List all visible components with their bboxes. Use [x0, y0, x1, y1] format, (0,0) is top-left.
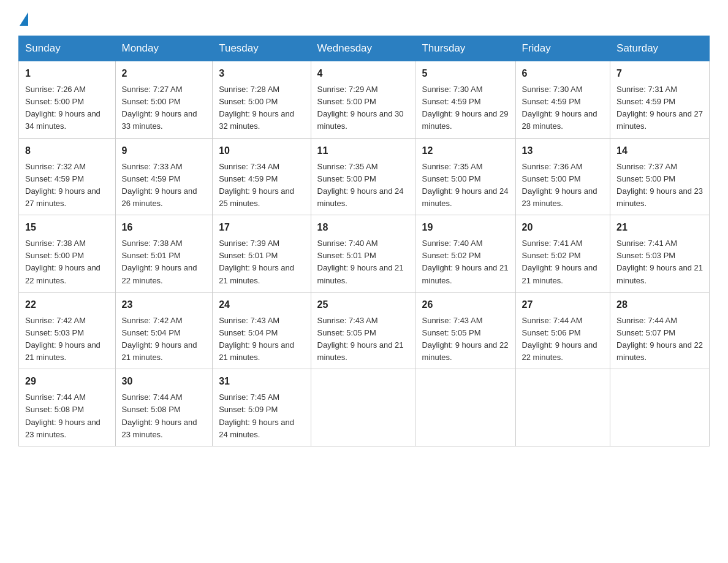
day-number: 4 — [317, 66, 409, 81]
daylight-label: Daylight: 9 hours and 23 minutes. — [25, 418, 100, 439]
sunset-label: Sunset: 5:03 PM — [25, 328, 84, 337]
daylight-label: Daylight: 9 hours and 22 minutes. — [616, 340, 703, 362]
sun-info: Sunrise: 7:29 AM Sunset: 5:00 PM Dayligh… — [317, 83, 409, 133]
daylight-label: Daylight: 9 hours and 23 minutes. — [616, 186, 703, 208]
daylight-label: Daylight: 9 hours and 24 minutes. — [422, 186, 508, 208]
calendar-cell — [415, 369, 515, 446]
sunrise-label: Sunrise: 7:34 AM — [219, 162, 279, 171]
daylight-label: Daylight: 9 hours and 24 minutes. — [219, 418, 294, 439]
sun-info: Sunrise: 7:40 AM Sunset: 5:01 PM Dayligh… — [317, 237, 409, 287]
page-header — [18, 12, 710, 23]
calendar-cell: 30 Sunrise: 7:44 AM Sunset: 5:08 PM Dayl… — [115, 369, 213, 446]
sunrise-label: Sunrise: 7:38 AM — [25, 239, 86, 248]
daylight-label: Daylight: 9 hours and 32 minutes. — [219, 109, 294, 131]
sun-info: Sunrise: 7:27 AM Sunset: 5:00 PM Dayligh… — [122, 83, 207, 133]
sun-info: Sunrise: 7:33 AM Sunset: 4:59 PM Dayligh… — [122, 161, 207, 210]
day-number: 7 — [616, 66, 703, 81]
calendar-cell: 27 Sunrise: 7:44 AM Sunset: 5:06 PM Dayl… — [515, 292, 610, 369]
daylight-label: Daylight: 9 hours and 21 minutes. — [616, 263, 703, 285]
sun-info: Sunrise: 7:43 AM Sunset: 5:04 PM Dayligh… — [219, 315, 304, 364]
sunset-label: Sunset: 4:59 PM — [422, 97, 480, 106]
sun-info: Sunrise: 7:35 AM Sunset: 5:00 PM Dayligh… — [422, 161, 509, 210]
day-number: 26 — [422, 297, 509, 312]
day-number: 2 — [122, 66, 207, 81]
calendar-body: 1 Sunrise: 7:26 AM Sunset: 5:00 PM Dayli… — [19, 61, 710, 446]
day-number: 13 — [522, 144, 604, 158]
day-of-week-header: Friday — [515, 36, 610, 61]
calendar-cell: 20 Sunrise: 7:41 AM Sunset: 5:02 PM Dayl… — [515, 215, 610, 293]
sunset-label: Sunset: 5:00 PM — [25, 97, 84, 106]
sun-info: Sunrise: 7:44 AM Sunset: 5:07 PM Dayligh… — [616, 315, 703, 364]
day-number: 11 — [317, 144, 409, 158]
sun-info: Sunrise: 7:34 AM Sunset: 4:59 PM Dayligh… — [219, 161, 304, 210]
calendar-cell: 3 Sunrise: 7:28 AM Sunset: 5:00 PM Dayli… — [213, 61, 311, 139]
sunrise-label: Sunrise: 7:42 AM — [25, 316, 86, 325]
sunset-label: Sunset: 5:04 PM — [122, 328, 181, 337]
day-number: 21 — [616, 220, 703, 235]
sun-info: Sunrise: 7:26 AM Sunset: 5:00 PM Dayligh… — [25, 83, 109, 133]
calendar-cell: 1 Sunrise: 7:26 AM Sunset: 5:00 PM Dayli… — [19, 61, 116, 139]
sunset-label: Sunset: 5:03 PM — [616, 251, 675, 260]
calendar-cell: 14 Sunrise: 7:37 AM Sunset: 5:00 PM Dayl… — [610, 138, 710, 215]
sunset-label: Sunset: 5:01 PM — [219, 251, 278, 260]
sunrise-label: Sunrise: 7:43 AM — [422, 316, 482, 325]
calendar-cell: 19 Sunrise: 7:40 AM Sunset: 5:02 PM Dayl… — [415, 215, 515, 293]
calendar-cell: 13 Sunrise: 7:36 AM Sunset: 5:00 PM Dayl… — [515, 138, 610, 215]
sun-info: Sunrise: 7:41 AM Sunset: 5:03 PM Dayligh… — [616, 237, 703, 287]
daylight-label: Daylight: 9 hours and 25 minutes. — [219, 186, 294, 208]
calendar-cell — [311, 369, 415, 446]
sunrise-label: Sunrise: 7:39 AM — [219, 239, 279, 248]
sunrise-label: Sunrise: 7:35 AM — [422, 162, 482, 171]
sunset-label: Sunset: 5:00 PM — [522, 174, 581, 183]
sunset-label: Sunset: 4:59 PM — [219, 174, 278, 183]
calendar-cell: 6 Sunrise: 7:30 AM Sunset: 4:59 PM Dayli… — [515, 61, 610, 139]
calendar-week-row: 15 Sunrise: 7:38 AM Sunset: 5:00 PM Dayl… — [19, 215, 710, 293]
day-number: 12 — [422, 144, 509, 158]
sun-info: Sunrise: 7:44 AM Sunset: 5:08 PM Dayligh… — [122, 391, 207, 441]
daylight-label: Daylight: 9 hours and 24 minutes. — [317, 186, 404, 208]
daylight-label: Daylight: 9 hours and 21 minutes. — [317, 263, 404, 285]
sunrise-label: Sunrise: 7:42 AM — [122, 316, 183, 325]
sunset-label: Sunset: 4:59 PM — [522, 97, 581, 106]
calendar-cell: 24 Sunrise: 7:43 AM Sunset: 5:04 PM Dayl… — [213, 292, 311, 369]
sunrise-label: Sunrise: 7:44 AM — [616, 316, 677, 325]
sunset-label: Sunset: 5:04 PM — [219, 328, 278, 337]
calendar-cell: 4 Sunrise: 7:29 AM Sunset: 5:00 PM Dayli… — [311, 61, 415, 139]
sun-info: Sunrise: 7:32 AM Sunset: 4:59 PM Dayligh… — [25, 161, 109, 210]
calendar-cell: 29 Sunrise: 7:44 AM Sunset: 5:08 PM Dayl… — [19, 369, 116, 446]
sunset-label: Sunset: 5:08 PM — [25, 405, 84, 414]
day-number: 19 — [422, 220, 509, 235]
sunrise-label: Sunrise: 7:41 AM — [522, 239, 583, 248]
sun-info: Sunrise: 7:45 AM Sunset: 5:09 PM Dayligh… — [219, 391, 304, 441]
sunrise-label: Sunrise: 7:27 AM — [122, 85, 183, 94]
sun-info: Sunrise: 7:42 AM Sunset: 5:04 PM Dayligh… — [122, 315, 207, 364]
calendar-cell: 15 Sunrise: 7:38 AM Sunset: 5:00 PM Dayl… — [19, 215, 116, 293]
sunrise-label: Sunrise: 7:32 AM — [25, 162, 86, 171]
sunrise-label: Sunrise: 7:44 AM — [25, 393, 86, 402]
calendar-cell: 22 Sunrise: 7:42 AM Sunset: 5:03 PM Dayl… — [19, 292, 116, 369]
sunrise-label: Sunrise: 7:38 AM — [122, 239, 183, 248]
sun-info: Sunrise: 7:44 AM Sunset: 5:08 PM Dayligh… — [25, 391, 109, 441]
calendar-cell: 28 Sunrise: 7:44 AM Sunset: 5:07 PM Dayl… — [610, 292, 710, 369]
sunset-label: Sunset: 5:00 PM — [25, 251, 84, 260]
calendar-cell: 7 Sunrise: 7:31 AM Sunset: 4:59 PM Dayli… — [610, 61, 710, 139]
sun-info: Sunrise: 7:30 AM Sunset: 4:59 PM Dayligh… — [422, 83, 509, 133]
day-number: 23 — [122, 297, 207, 312]
sunset-label: Sunset: 5:00 PM — [219, 97, 278, 106]
sunset-label: Sunset: 5:09 PM — [219, 405, 278, 414]
daylight-label: Daylight: 9 hours and 21 minutes. — [219, 340, 294, 362]
day-number: 14 — [616, 144, 703, 158]
calendar-table: SundayMondayTuesdayWednesdayThursdayFrid… — [18, 36, 710, 446]
day-number: 5 — [422, 66, 509, 81]
daylight-label: Daylight: 9 hours and 21 minutes. — [522, 263, 597, 285]
calendar-week-row: 29 Sunrise: 7:44 AM Sunset: 5:08 PM Dayl… — [19, 369, 710, 446]
sunrise-label: Sunrise: 7:43 AM — [219, 316, 279, 325]
sunrise-label: Sunrise: 7:28 AM — [219, 85, 279, 94]
sun-info: Sunrise: 7:42 AM Sunset: 5:03 PM Dayligh… — [25, 315, 109, 364]
day-number: 27 — [522, 297, 604, 312]
sun-info: Sunrise: 7:38 AM Sunset: 5:01 PM Dayligh… — [122, 237, 207, 287]
sunset-label: Sunset: 5:08 PM — [122, 405, 181, 414]
calendar-week-row: 8 Sunrise: 7:32 AM Sunset: 4:59 PM Dayli… — [19, 138, 710, 215]
sun-info: Sunrise: 7:31 AM Sunset: 4:59 PM Dayligh… — [616, 83, 703, 133]
sunset-label: Sunset: 4:59 PM — [122, 174, 181, 183]
